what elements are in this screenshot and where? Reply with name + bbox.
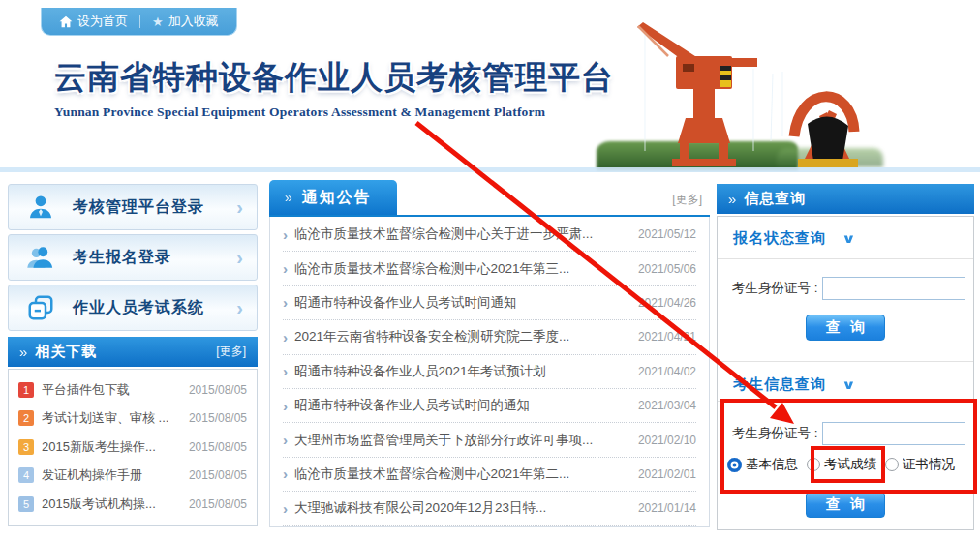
notice-item: › 2021年云南省特种设备安全检测研究院二季度... 2021/04/21: [283, 320, 696, 354]
downloads-title: 相关下载: [35, 343, 216, 361]
notice-link[interactable]: 大理州市场监督管理局关于下放部分行政许可事项...: [294, 432, 630, 449]
info-query-section: » 信息查询 报名状态查询 ∨ 考生身份证号 : 查 询 考生信息查询 ∨: [717, 184, 974, 530]
item-arrow-icon: ›: [283, 501, 288, 516]
menu-candidate-signup-login-label: 考生报名登录: [73, 248, 236, 268]
exam-papers-icon: [9, 293, 73, 322]
site-subtitle: Yunnan Province Special Equipment Operat…: [54, 105, 614, 120]
rank-badge: 3: [18, 439, 34, 455]
download-item: 1 平台插件包下载 2015/08/05: [18, 375, 247, 405]
download-item: 5 2015版考试机构操... 2015/08/05: [18, 490, 247, 519]
add-favorites-link[interactable]: ★ 加入收藏: [152, 13, 219, 30]
chevron-down-icon: ∨: [842, 377, 856, 392]
download-date: 2015/08/05: [189, 440, 247, 454]
item-arrow-icon: ›: [283, 364, 288, 378]
notice-link[interactable]: 临沧市质量技术监督综合检测中心关于进一步严肃...: [294, 225, 630, 243]
notice-date: 2021/05/06: [638, 262, 696, 276]
notice-link[interactable]: 临沧市质量技术监督综合检测中心2021年第三...: [294, 260, 630, 278]
quick-links-bar: 设为首页 ★ 加入收藏: [41, 8, 237, 36]
info-type-radio-group: 基本信息 考试成绩 证书情况: [718, 456, 973, 473]
query-button[interactable]: 查 询: [806, 315, 885, 341]
section-registration-status[interactable]: 报名状态查询 ∨: [733, 229, 854, 248]
notice-link[interactable]: 昭通市特种设备作业人员2021年考试预计划: [294, 363, 630, 380]
section-heading: 报名状态查询: [733, 229, 826, 248]
download-link[interactable]: 平台插件包下载: [42, 381, 183, 399]
harbor-crane-illustration: [608, 15, 862, 170]
notice-item: › 昭通市特种设备作业人员考试时间的通知 2021/03/04: [283, 389, 696, 423]
notice-date: 2021/02/01: [638, 467, 696, 481]
radio-certificate-status[interactable]: [885, 458, 899, 471]
download-link[interactable]: 发证机构操作手册: [42, 466, 183, 484]
rank-badge: 4: [18, 467, 34, 483]
rank-badge: 5: [18, 496, 34, 512]
two-users-icon: [9, 243, 73, 272]
downloads-more-link[interactable]: [更多]: [216, 344, 246, 360]
chevron-right-icon: ›: [236, 248, 243, 267]
radio-exam-score-label[interactable]: 考试成绩: [824, 456, 876, 473]
cloud-illustration: [281, 0, 513, 15]
add-favorites-label: 加入收藏: [168, 13, 219, 30]
id-number-input[interactable]: [822, 422, 965, 445]
download-date: 2015/08/05: [189, 383, 247, 397]
notice-date: 2021/04/02: [638, 365, 696, 378]
notice-link[interactable]: 昭通市特种设备作业人员考试时间的通知: [294, 397, 630, 414]
item-arrow-icon: ›: [283, 466, 288, 481]
header-bottom-strip: [0, 167, 980, 172]
set-homepage-link[interactable]: 设为首页: [59, 13, 128, 30]
section-heading: 考生信息查询: [733, 375, 826, 394]
notice-date: 2021/04/21: [638, 330, 696, 344]
id-number-input[interactable]: [822, 277, 965, 300]
set-homepage-label: 设为首页: [77, 13, 128, 30]
item-arrow-icon: ›: [283, 295, 288, 310]
page: 设为首页 ★ 加入收藏 云南省特种设备作业人员考核管理平台 Yunnan Pro…: [0, 0, 980, 540]
download-item: 4 发证机构操作手册 2015/08/05: [18, 462, 247, 491]
notices-section: » 通知公告 [更多] › 临沧市质量技术监督综合检测中心关于进一步严肃... …: [269, 180, 710, 527]
notice-link[interactable]: 大理驰诚科技有限公司2020年12月23日特...: [294, 499, 630, 517]
notice-link[interactable]: 临沧市质量技术监督综合检测中心2021年第二...: [294, 465, 630, 483]
info-query-header: » 信息查询: [717, 184, 974, 214]
menu-exam-system[interactable]: 作业人员考试系统 ›: [8, 285, 258, 331]
query-button[interactable]: 查 询: [806, 492, 885, 518]
menu-platform-login[interactable]: 考核管理平台登录 ›: [8, 184, 258, 230]
radio-exam-score[interactable]: [807, 458, 820, 471]
tab-notices[interactable]: » 通知公告: [269, 180, 397, 215]
info-query-title: 信息查询: [744, 190, 963, 208]
download-link[interactable]: 考试计划送审、审核 ...: [42, 409, 183, 427]
notice-date: 2021/03/04: [638, 399, 696, 412]
menu-candidate-signup-login[interactable]: 考生报名登录 ›: [8, 234, 258, 281]
menu-platform-login-label: 考核管理平台登录: [73, 197, 236, 218]
menu-exam-system-label: 作业人员考试系统: [73, 298, 236, 318]
quicklinks-divider: [139, 15, 140, 28]
download-link[interactable]: 2015版考试机构操...: [42, 495, 183, 513]
notice-item: › 临沧市质量技术监督综合检测中心2021年第三... 2021/05/06: [283, 252, 696, 285]
id-number-row: 考生身份证号 :: [732, 422, 965, 445]
info-query-panel: 报名状态查询 ∨ 考生身份证号 : 查 询 考生信息查询 ∨ 考生身份证号 :: [717, 216, 974, 530]
double-arrow-icon: »: [728, 191, 736, 207]
download-item: 2 考试计划送审、审核 ... 2015/08/05: [18, 405, 247, 434]
downloads-header: » 相关下载 [更多]: [8, 337, 258, 367]
header-banner: 设为首页 ★ 加入收藏 云南省特种设备作业人员考核管理平台 Yunnan Pro…: [0, 0, 980, 172]
star-icon: ★: [152, 15, 164, 29]
notices-title: 通知公告: [302, 188, 372, 208]
radio-certificate-status-label[interactable]: 证书情况: [903, 456, 955, 473]
notice-link[interactable]: 2021年云南省特种设备安全检测研究院二季度...: [294, 328, 630, 345]
section-candidate-info[interactable]: 考生信息查询 ∨: [733, 375, 854, 394]
id-number-label: 考生身份证号 :: [732, 425, 818, 442]
notices-more-link[interactable]: [更多]: [672, 192, 702, 208]
radio-basic-info-label[interactable]: 基本信息: [746, 456, 798, 473]
notice-date: 2021/04/26: [638, 296, 696, 310]
left-sidebar: 考核管理平台登录 › 考生报名登录 › 作业人员考试系统: [8, 184, 258, 526]
notice-item: › 临沧市质量技术监督综合检测中心2021年第二... 2021/02/01: [283, 458, 696, 492]
notice-item: › 大理州市场监督管理局关于下放部分行政许可事项... 2021/02/10: [283, 423, 696, 457]
tab-underline: [269, 215, 710, 217]
radio-basic-info[interactable]: [727, 458, 742, 472]
double-arrow-icon: »: [19, 344, 27, 360]
notice-link[interactable]: 昭通市特种设备作业人员考试时间通知: [294, 294, 630, 312]
item-arrow-icon: ›: [283, 330, 288, 345]
site-title-block: 云南省特种设备作业人员考核管理平台 Yunnan Province Specia…: [54, 56, 614, 120]
notice-item: › 大理驰诚科技有限公司2020年12月23日特... 2021/01/14: [283, 492, 696, 525]
download-link[interactable]: 2015新版考生操作...: [42, 438, 183, 456]
site-title: 云南省特种设备作业人员考核管理平台: [54, 56, 614, 100]
notice-item: › 昭通市特种设备作业人员2021年考试预计划 2021/04/02: [283, 355, 696, 389]
notice-date: 2021/02/10: [638, 434, 696, 447]
notices-tab-header: » 通知公告 [更多]: [269, 180, 710, 217]
